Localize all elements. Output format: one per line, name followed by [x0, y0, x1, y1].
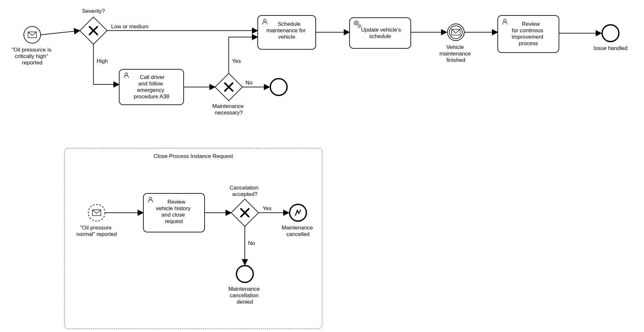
flow-yes-label: Yes	[232, 58, 241, 64]
event-maintenance-finished-label: Vehicle maintenance finished	[439, 44, 472, 63]
svg-point-16	[270, 79, 287, 95]
start-event[interactable]	[24, 26, 41, 43]
envelope-icon	[452, 29, 460, 35]
gateway-cancel-label: Cancelation accepted?	[230, 185, 260, 197]
bpmn-diagram: "Oil pressurce is critically high" repor…	[0, 0, 644, 332]
gateway-maintenance-necessary[interactable]	[215, 73, 243, 101]
end-cancelled-label: Maintenance cancelled	[282, 225, 314, 237]
gateway-cancellation-accepted[interactable]	[231, 199, 259, 227]
envelope-icon	[92, 210, 101, 216]
flow-no-2-label: No	[248, 240, 255, 246]
flow-no-label: No	[245, 80, 253, 86]
gateway-severity[interactable]	[80, 17, 107, 44]
svg-point-27	[236, 266, 253, 282]
end-denied-label: Maintenance cancellation denied	[228, 286, 261, 305]
end-no-maintenance[interactable]	[270, 79, 287, 95]
flow-yes	[229, 37, 258, 73]
sub-start-event[interactable]	[88, 204, 105, 221]
end-issue-handled[interactable]	[602, 25, 619, 42]
start-event-label: "Oil pressurce is critically high" repor…	[12, 47, 53, 66]
flow-yes-2-label: Yes	[263, 205, 272, 211]
end-cancellation-denied[interactable]	[236, 266, 253, 282]
flow-low-medium-label: Low or medium	[111, 24, 149, 30]
flow-high-label: High	[97, 58, 108, 64]
sub-start-label: "Oil pressure normal" reported	[76, 225, 117, 237]
end-maintenance-cancelled[interactable]	[290, 204, 306, 221]
subprocess-title: Close Process Instance Request	[154, 153, 233, 159]
event-maintenance-finished[interactable]	[447, 24, 464, 41]
flow	[41, 31, 80, 35]
subprocess-close-request[interactable]	[64, 148, 322, 329]
end-main-label: Issue handled	[593, 45, 628, 51]
gateway-maintenance-label: Maintenance necessary?	[212, 103, 245, 116]
flow-high	[93, 44, 119, 84]
svg-point-22	[602, 25, 619, 42]
gateway-severity-label: Severity?	[82, 8, 105, 14]
envelope-icon	[28, 32, 36, 38]
